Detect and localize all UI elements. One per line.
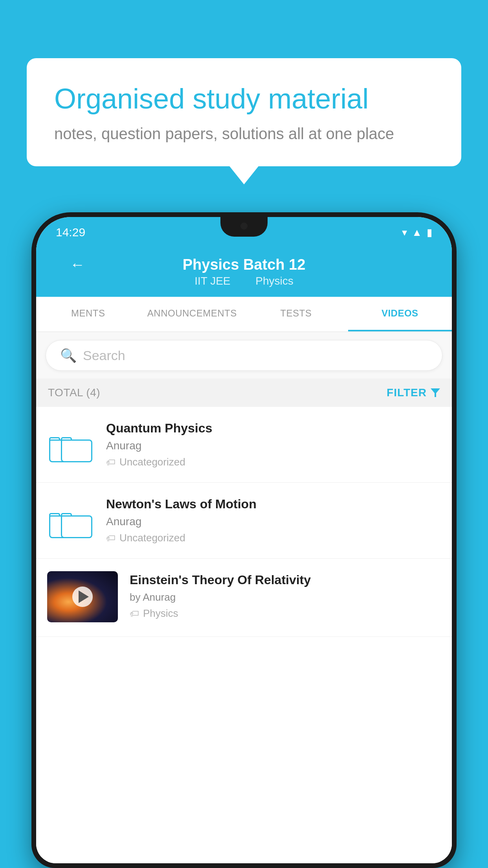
tab-tests[interactable]: TESTS xyxy=(244,297,348,331)
video-tag-2: 🏷 Uncategorized xyxy=(106,532,441,544)
video-author-2: Anurag xyxy=(106,515,441,528)
speech-bubble-headline: Organised study material xyxy=(54,82,434,116)
battery-icon: ▮ xyxy=(427,226,432,239)
phone-screen: 14:29 ▾ ▲ ▮ ← Physics Batch 12 IIT JEE P… xyxy=(36,217,452,863)
list-item[interactable]: Newton's Laws of Motion Anurag 🏷 Uncateg… xyxy=(36,483,452,559)
back-button[interactable]: ← xyxy=(70,256,85,273)
search-input-placeholder[interactable]: Search xyxy=(83,348,125,363)
video-list: Quantum Physics Anurag 🏷 Uncategorized xyxy=(36,407,452,863)
double-folder-icon xyxy=(49,427,92,462)
svg-marker-0 xyxy=(431,388,440,397)
tab-announcements[interactable]: ANNOUNCEMENTS xyxy=(140,297,244,331)
tab-videos[interactable]: VIDEOS xyxy=(348,297,452,331)
play-icon xyxy=(79,590,89,603)
list-item[interactable]: Einstein's Theory Of Relativity by Anura… xyxy=(36,559,452,637)
subtitle-physics: Physics xyxy=(255,275,293,287)
phone-frame: 14:29 ▾ ▲ ▮ ← Physics Batch 12 IIT JEE P… xyxy=(31,212,457,868)
status-icons: ▾ ▲ ▮ xyxy=(402,226,432,239)
speech-bubble: Organised study material notes, question… xyxy=(27,58,461,166)
folder-thumbnail-1 xyxy=(47,421,94,468)
search-bar[interactable]: 🔍 Search xyxy=(46,340,442,371)
tag-icon-2: 🏷 xyxy=(106,533,116,544)
signal-icon: ▲ xyxy=(412,226,422,239)
tab-ments[interactable]: MENTS xyxy=(36,297,140,331)
search-bar-wrapper: 🔍 Search xyxy=(36,332,452,379)
double-folder-icon-2 xyxy=(49,503,92,538)
thumbnail-bg xyxy=(47,571,118,622)
filter-button[interactable]: FILTER xyxy=(387,386,440,399)
wifi-icon: ▾ xyxy=(402,226,407,239)
play-button[interactable] xyxy=(72,587,93,607)
filter-bar: TOTAL (4) FILTER xyxy=(36,379,452,407)
video-title-2: Newton's Laws of Motion xyxy=(106,497,441,511)
folder-thumbnail-2 xyxy=(47,497,94,544)
video-title-3: Einstein's Theory Of Relativity xyxy=(130,573,441,587)
video-tag-3: 🏷 Physics xyxy=(130,607,441,620)
header-subtitle: IIT JEE Physics xyxy=(52,275,436,287)
video-title-1: Quantum Physics xyxy=(106,421,441,436)
video-info-2: Newton's Laws of Motion Anurag 🏷 Uncateg… xyxy=(106,497,441,544)
status-time: 14:29 xyxy=(56,226,85,239)
video-thumbnail-3 xyxy=(47,571,118,622)
tabs: MENTS ANNOUNCEMENTS TESTS VIDEOS xyxy=(36,297,452,332)
header-title: Physics Batch 12 xyxy=(52,256,436,273)
tag-icon-1: 🏷 xyxy=(106,457,116,468)
notch xyxy=(220,217,268,237)
filter-funnel-icon xyxy=(431,388,440,397)
speech-bubble-container: Organised study material notes, question… xyxy=(27,58,461,166)
tag-icon-3: 🏷 xyxy=(130,608,139,619)
app-header: ← Physics Batch 12 IIT JEE Physics xyxy=(36,245,452,297)
video-tag-1: 🏷 Uncategorized xyxy=(106,456,441,468)
search-icon: 🔍 xyxy=(60,348,77,363)
list-item[interactable]: Quantum Physics Anurag 🏷 Uncategorized xyxy=(36,407,452,483)
subtitle-iitjee: IIT JEE xyxy=(194,275,230,287)
video-info-1: Quantum Physics Anurag 🏷 Uncategorized xyxy=(106,421,441,468)
video-author-1: Anurag xyxy=(106,440,441,452)
total-count: TOTAL (4) xyxy=(48,386,100,399)
speech-bubble-subtext: notes, question papers, solutions all at… xyxy=(54,125,434,143)
video-info-3: Einstein's Theory Of Relativity by Anura… xyxy=(130,571,441,620)
header-inner: ← Physics Batch 12 IIT JEE Physics xyxy=(52,256,436,287)
video-author-3: by Anurag xyxy=(130,591,441,603)
